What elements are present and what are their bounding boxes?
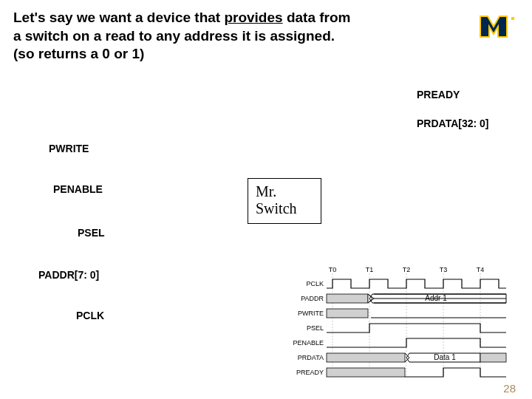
label-pclk: PCLK (76, 310, 104, 321)
svg-rect-10 (480, 353, 506, 362)
michigan-logo (479, 12, 517, 41)
row-paddr: PADDR Addr 1 (301, 294, 506, 303)
box-line1: Mr. (256, 183, 313, 200)
paddr-value: Addr 1 (425, 294, 447, 302)
label-pwrite: PWRITE (49, 143, 89, 154)
title-line2: a switch on a read to any address it is … (13, 28, 335, 44)
title-line3: (so returns a 0 or 1) (13, 46, 144, 61)
rowlabel-penable: PENABLE (293, 339, 324, 347)
rowlabel-pready: PREADY (296, 369, 324, 376)
slide-title: Let's say we want a device that provides… (13, 9, 427, 64)
row-prdata: PRDATA Data 1 (298, 353, 506, 362)
rowlabel-paddr: PADDR (301, 295, 324, 302)
tick-t1: T1 (366, 266, 374, 273)
rowlabel-prdata: PRDATA (298, 354, 324, 361)
row-penable: PENABLE (293, 338, 506, 347)
svg-rect-0 (511, 17, 514, 20)
svg-rect-11 (327, 368, 405, 377)
row-pclk: PCLK (306, 279, 506, 288)
svg-rect-7 (327, 309, 368, 318)
label-prdata: PRDATA[32: 0] (417, 117, 489, 129)
label-psel: PSEL (78, 227, 105, 239)
box-line2: Switch (256, 200, 313, 217)
label-paddr: PADDR[7: 0] (38, 269, 99, 281)
tick-t2: T2 (403, 266, 411, 273)
timing-diagram: T0 T1 T2 T3 T4 PCLK PADDR Addr 1 PWRITE … (281, 266, 517, 384)
tick-t3: T3 (440, 266, 448, 273)
row-pready: PREADY (296, 368, 506, 377)
label-pready: PREADY (417, 89, 460, 100)
rowlabel-pwrite: PWRITE (298, 310, 324, 317)
svg-rect-9 (327, 353, 405, 362)
rowlabel-psel: PSEL (307, 324, 324, 332)
title-line1-pre: Let's say we want a device that (13, 10, 224, 25)
row-pwrite: PWRITE (298, 309, 506, 318)
mr-switch-box: Mr. Switch (248, 178, 321, 224)
tick-t0: T0 (329, 266, 337, 273)
slide: Let's say we want a device that provides… (0, 0, 532, 399)
page-number: 28 (503, 382, 516, 395)
rowlabel-pclk: PCLK (306, 280, 324, 287)
title-underlined: provides (224, 10, 282, 25)
tick-t4: T4 (477, 266, 485, 273)
label-penable: PENABLE (53, 183, 103, 195)
title-line1-post: data from (283, 10, 351, 25)
prdata-value: Data 1 (434, 353, 456, 361)
svg-rect-6 (327, 294, 368, 303)
